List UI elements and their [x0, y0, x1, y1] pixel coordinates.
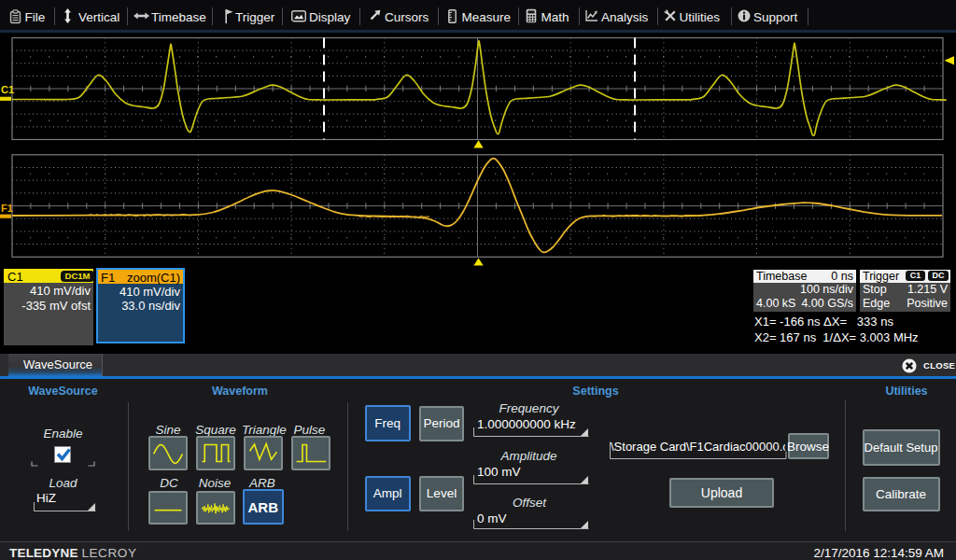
svg-text:F1: F1: [1, 203, 13, 214]
svg-text:C1: C1: [1, 84, 14, 95]
